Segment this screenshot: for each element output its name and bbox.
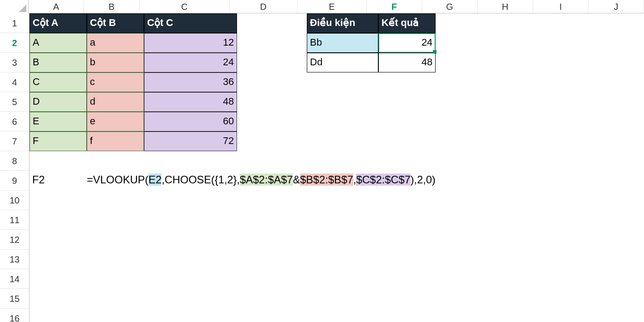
cell-A1[interactable]: Cột A [30,13,87,33]
row-header-11[interactable]: 11 [0,210,29,230]
row-header-1[interactable]: 1 [0,13,29,33]
cell-E3[interactable]: Dd [307,53,378,72]
formula-ref-a: $A$2:$A$7 [240,174,293,186]
cell-C1[interactable]: Cột C [144,13,237,33]
cell-B3[interactable]: b [87,53,144,72]
cell-C2[interactable]: 12 [144,33,237,53]
spreadsheet: A B C D E F G H I J 1 2 3 4 5 6 7 8 9 10… [0,0,644,322]
row-header-7[interactable]: 7 [0,131,29,151]
formula-ref-b: $B$2:$B$7 [300,174,353,186]
cell-C5[interactable]: 48 [144,92,237,112]
cell-B2[interactable]: a [87,33,144,53]
cell-A7[interactable]: F [30,131,87,151]
cell-C7[interactable]: 72 [144,131,237,151]
row-header-2[interactable]: 2 [0,33,29,53]
cell-A5[interactable]: D [30,92,87,112]
row-header-16[interactable]: 16 [0,309,29,322]
formula-ref-c: $C$2:$C$7 [356,174,410,186]
cell-A4[interactable]: C [30,72,87,92]
cell-C4[interactable]: 36 [144,72,237,92]
col-header-I[interactable]: I [533,0,589,13]
formula-part: ,CHOOSE({1,2}, [161,174,240,186]
col-header-J[interactable]: J [589,0,644,13]
cell-A3[interactable]: B [30,53,87,72]
row-header-8[interactable]: 8 [0,151,29,171]
cell-A9[interactable]: F2 [30,171,87,191]
cell-E1[interactable]: Điều kiện [307,13,378,33]
cell-C6[interactable]: 60 [144,112,237,131]
row-header-5[interactable]: 5 [0,92,29,112]
row-header-15[interactable]: 15 [0,289,29,309]
col-header-G[interactable]: G [422,0,478,13]
row-header-4[interactable]: 4 [0,72,29,92]
formula-text: =VLOOKUP(E2,CHOOSE({1,2},$A$2:$A$7&$B$2:… [87,174,436,186]
col-header-C[interactable]: C [140,0,230,13]
row-header-10[interactable]: 10 [0,191,29,210]
formula-part: & [293,174,300,186]
cell-F1[interactable]: Kết quả [378,13,436,33]
cell-A2[interactable]: A [30,33,87,53]
cell-C3[interactable]: 24 [144,53,237,72]
cell-F2[interactable]: 24 [378,33,436,53]
row-header-column: 1 2 3 4 5 6 7 8 9 10 11 12 13 14 15 16 [0,13,30,322]
cell-B1[interactable]: Cột B [87,13,144,33]
col-header-B[interactable]: B [84,0,140,13]
row-header-3[interactable]: 3 [0,53,29,72]
row-header-9[interactable]: 9 [0,171,29,191]
cell-grid[interactable]: Cột A Cột B Cột C A a 12 B b 24 C c 36 D… [30,13,644,322]
cell-E2[interactable]: Bb [307,33,378,53]
row-header-13[interactable]: 13 [0,250,29,269]
formula-part: ),2,0) [411,174,436,186]
col-header-F[interactable]: F [367,0,422,13]
col-header-A[interactable]: A [29,0,84,13]
select-all-corner[interactable] [0,0,29,13]
cell-B5[interactable]: d [87,92,144,112]
column-header-row: A B C D E F G H I J [0,0,644,13]
row-header-6[interactable]: 6 [0,112,29,131]
cell-B7[interactable]: f [87,131,144,151]
row-header-12[interactable]: 12 [0,230,29,250]
row-header-14[interactable]: 14 [0,269,29,289]
col-header-H[interactable]: H [478,0,533,13]
formula-ref-e2: E2 [148,174,161,186]
cell-A6[interactable]: E [30,112,87,131]
formula-part: =VLOOKUP( [87,174,148,186]
col-header-D[interactable]: D [230,0,297,13]
cell-F3[interactable]: 48 [378,53,436,72]
col-header-E[interactable]: E [297,0,367,13]
cell-B6[interactable]: e [87,112,144,131]
cell-B4[interactable]: c [87,72,144,92]
